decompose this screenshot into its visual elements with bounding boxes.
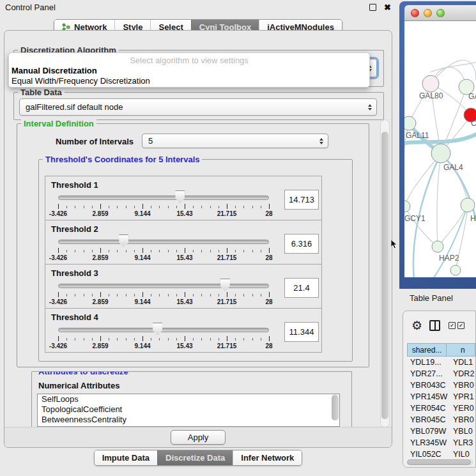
slider-thumb[interactable] [153, 323, 162, 335]
threshold-value-field[interactable]: 6.316 [284, 234, 319, 254]
node-label: GAL11 [406, 131, 429, 140]
threshold-value-field[interactable]: 11.344 [284, 322, 319, 342]
table-hscrollbar-thumb[interactable] [407, 459, 471, 465]
threshold-row: Threshold 1 -3.4262.8599.14415.4321.7152… [45, 176, 322, 220]
slider[interactable] [58, 277, 269, 291]
network-canvas[interactable]: GAL80GAL11GAL4GCY1HHAP2GAC [404, 21, 476, 277]
algorithm-placeholder: Select algorithm to view settings [9, 56, 369, 66]
control-panel-title: Control Panel [5, 3, 369, 12]
threshold-row: Threshold 2 -3.4262.8599.14415.4321.7152… [45, 220, 322, 265]
number-of-intervals-combobox[interactable]: 5 [142, 134, 328, 148]
threshold-value-field[interactable]: 14.713 [284, 190, 319, 210]
table-cell: YIL052C [407, 449, 447, 459]
checkbox-icon[interactable]: ✓ [457, 322, 464, 329]
threshold-label: Threshold 4 [51, 312, 98, 322]
panel-scrollbar[interactable] [380, 119, 390, 427]
slider-thumb[interactable] [175, 190, 185, 203]
node-label: GAL80 [419, 91, 443, 100]
threshold-value-field[interactable]: 21.4 [284, 278, 319, 298]
network-node-h[interactable] [461, 198, 475, 212]
slider-thumb[interactable] [220, 279, 230, 291]
table-row[interactable]: YPR145W YPR1 [407, 391, 475, 403]
minimize-traffic-light[interactable] [424, 9, 432, 17]
table-cell: YDR27... [407, 368, 447, 380]
table-row[interactable]: YBR045C YBR0 [407, 414, 475, 426]
attributes-scrollbar[interactable] [332, 395, 339, 420]
network-node-gal4[interactable] [431, 144, 450, 163]
network-node-gal80[interactable] [422, 75, 439, 92]
node-label-partial: GA [468, 92, 476, 101]
table-row[interactable]: YER054C YER0 [407, 403, 475, 414]
float-window-icon[interactable] [369, 4, 376, 11]
interval-definition-legend: Interval Definition [21, 119, 96, 128]
column-header-name[interactable]: n [447, 343, 475, 357]
slider-ticks [58, 204, 269, 210]
table-cell: YBR045C [407, 414, 447, 426]
slider-tick-labels: -3.4262.8599.14415.4321.71528 [58, 342, 269, 350]
node-label-partial: C [471, 119, 476, 128]
tab-impute-data[interactable]: Impute Data [95, 450, 157, 465]
threshold-label: Threshold 2 [51, 224, 98, 234]
network-node-gcy1[interactable] [404, 201, 410, 212]
slider-ticks [58, 248, 269, 254]
number-of-intervals-label: Number of Intervals [56, 137, 134, 146]
slider-tick-labels: -3.4262.8599.14415.4321.71528 [58, 254, 269, 262]
panel-scrollbar-thumb[interactable] [381, 132, 388, 419]
apply-bar: Apply [4, 427, 392, 447]
table-row[interactable]: YDR27... YDR2 [407, 368, 475, 380]
table-cell: YDL19... [407, 357, 447, 368]
network-node[interactable] [450, 265, 461, 275]
table-cell: YBR043C [407, 380, 447, 391]
checkbox-icon[interactable]: ✓ [449, 322, 456, 329]
cyni-toolbox-panel: Discretization Algorithm Table Data galF… [4, 30, 392, 448]
table-data-combobox[interactable]: galFiltered.sif default node [19, 98, 377, 116]
numerical-attributes-list[interactable]: SelfLoopsTopologicalCoefficientBetweenne… [37, 394, 340, 427]
node-label: GAL4 [443, 163, 463, 172]
zoom-traffic-light[interactable] [436, 9, 445, 17]
tab-label: Impute Data [102, 453, 150, 463]
attribute-item[interactable]: BetweennessCentrality [38, 415, 339, 425]
table-rows: YDL19... YDL1 YDR27... YDR2 YBR043C YBR0… [407, 357, 475, 459]
numerical-attributes-label: Numerical Attributes [38, 381, 119, 390]
slider-tick-labels: -3.4262.8599.14415.4321.71528 [58, 298, 269, 306]
table-row[interactable]: YBL079W YBL0 [407, 426, 475, 437]
columns-icon[interactable] [429, 320, 440, 331]
table-hscrollbar[interactable] [407, 459, 473, 465]
attribute-item[interactable]: SelfLoops [38, 394, 339, 404]
table-row[interactable]: YBR043C YBR0 [407, 380, 475, 391]
close-traffic-light[interactable] [411, 9, 419, 17]
table-cell: YDR2 [447, 368, 475, 380]
table-row[interactable]: YIL052C YIL0 [407, 449, 475, 459]
table-cell: YLR3 [447, 437, 475, 449]
slider[interactable] [58, 233, 269, 247]
table-cell: YPR145W [407, 391, 447, 403]
algorithm-option-equal-width[interactable]: Equal Width/Frequency Discretization [9, 76, 369, 86]
table-cell: YPR1 [447, 391, 475, 403]
table-cell: YBL079W [407, 426, 447, 437]
algorithm-option-manual[interactable]: Manual Discretization [9, 66, 369, 76]
apply-button[interactable]: Apply [171, 430, 226, 445]
tab-discretize-data[interactable]: Discretize Data [157, 450, 233, 465]
table-panel-toolbar: ⚙ ✓ ✓ [403, 311, 475, 339]
network-node-hap2[interactable] [432, 241, 443, 252]
table-row[interactable]: YDL19... YDL1 [407, 357, 475, 368]
table-cell: YLR345W [407, 437, 447, 449]
attribute-item[interactable]: TopologicalCoefficient [38, 404, 339, 415]
network-view-window: GAL80GAL11GAL4GCY1HHAP2GAC [399, 1, 476, 289]
tab-infer-network[interactable]: Infer Network [233, 450, 302, 465]
slider-thumb[interactable] [119, 234, 128, 247]
slider[interactable] [58, 189, 269, 203]
close-icon[interactable]: ✖ [384, 3, 391, 12]
column-header-shared-name[interactable]: shared... [407, 343, 447, 357]
gear-icon[interactable]: ⚙ [411, 319, 422, 332]
table-cell: YIL0 [447, 449, 475, 459]
table-row[interactable]: YLR345W YLR3 [407, 437, 475, 449]
slider-ticks [58, 292, 269, 298]
algorithm-dropdown-popup: Select algorithm to view settings Manual… [8, 52, 370, 88]
slider[interactable] [58, 321, 269, 335]
mouse-cursor [391, 240, 397, 249]
network-node-gal11[interactable] [404, 116, 416, 130]
table-cell: YBL0 [447, 426, 475, 437]
threshold-row: Threshold 4 -3.4262.8599.14415.4321.7152… [45, 308, 322, 353]
table-cell: YER0 [447, 403, 475, 414]
